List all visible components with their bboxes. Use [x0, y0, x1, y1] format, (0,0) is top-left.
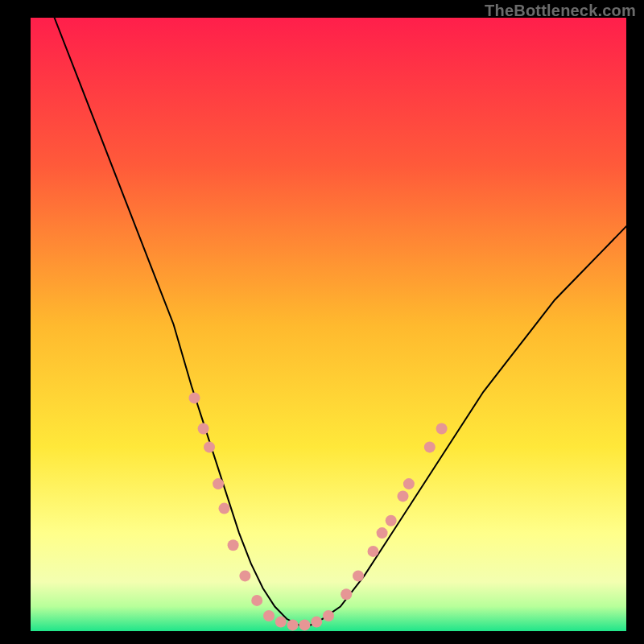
marker-point [189, 392, 200, 403]
marker-point [341, 588, 352, 600]
marker-point [403, 478, 415, 489]
marker-point [311, 617, 322, 628]
chart-frame: TheBottleneck.com [0, 0, 644, 644]
marker-point [228, 539, 239, 551]
marker-point [198, 423, 209, 435]
marker-point [213, 478, 224, 489]
marker-point [251, 595, 262, 606]
plot-area [31, 18, 626, 631]
marker-point [239, 570, 250, 581]
marker-point [299, 619, 310, 630]
marker-point [368, 546, 379, 557]
marker-point [287, 619, 299, 630]
marker-point [204, 441, 215, 452]
marker-point [353, 570, 364, 581]
marker-point [398, 490, 409, 502]
marker-point [377, 527, 388, 539]
marker-point [219, 503, 230, 514]
watermark-text: TheBottleneck.com [485, 2, 636, 20]
marker-point [424, 441, 436, 452]
marker-point [263, 610, 275, 621]
marker-point [386, 515, 397, 526]
marker-point [323, 610, 334, 621]
chart-svg [31, 18, 626, 631]
marker-point [436, 423, 448, 435]
marker-point [275, 617, 287, 628]
curve-bottleneck-curve [55, 18, 626, 625]
